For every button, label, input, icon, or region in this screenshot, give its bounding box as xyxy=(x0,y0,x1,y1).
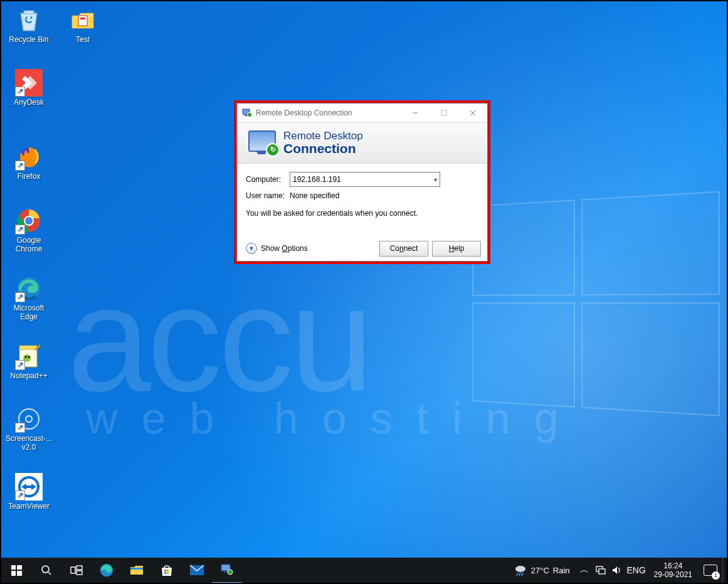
taskbar-clock[interactable]: 16:24 29-09-2021 xyxy=(648,561,699,579)
computer-combobox[interactable]: 192.168.1.191 ▾ xyxy=(290,172,440,187)
notifications-button[interactable]: 1 xyxy=(699,558,722,583)
close-button[interactable] xyxy=(458,104,487,122)
taskbar-app-store[interactable] xyxy=(152,558,182,583)
folder-icon xyxy=(69,6,97,34)
windows-logo-icon xyxy=(11,565,22,576)
recycle-bin-icon xyxy=(15,6,43,34)
help-button[interactable]: Help xyxy=(432,241,481,257)
window-titlebar[interactable]: Remote Desktop Connection xyxy=(237,104,487,122)
desktop-icon-label: Screencast-... v2.0 xyxy=(5,434,53,452)
tray-volume-button[interactable] xyxy=(609,558,625,583)
task-view-icon xyxy=(70,565,83,575)
svg-rect-26 xyxy=(71,567,75,573)
banner-line2: Connection xyxy=(283,142,363,156)
speaker-icon xyxy=(611,565,623,575)
taskbar[interactable]: 27°C Rain ︿ ENG 16:24 29-09-2021 1 xyxy=(1,558,727,583)
svg-rect-34 xyxy=(167,572,169,574)
svg-point-19 xyxy=(248,113,252,117)
desktop-icon-label: Google Chrome xyxy=(5,236,53,253)
teamviewer-icon: ↗ xyxy=(15,473,43,501)
svg-rect-21 xyxy=(441,110,446,115)
taskbar-app-mail[interactable] xyxy=(182,558,212,583)
svg-point-38 xyxy=(228,570,233,575)
mail-icon xyxy=(189,565,204,576)
svg-point-11 xyxy=(25,356,27,358)
svg-rect-27 xyxy=(76,566,82,570)
rdc-icon xyxy=(220,563,234,576)
search-icon xyxy=(41,565,52,576)
svg-line-25 xyxy=(48,572,51,575)
minimize-button[interactable] xyxy=(401,104,430,122)
computer-label: Computer: xyxy=(246,175,290,184)
language-label: ENG xyxy=(626,565,645,575)
notifications-badge: 1 xyxy=(712,571,720,580)
username-value: None specified xyxy=(290,191,339,200)
svg-line-40 xyxy=(517,573,518,576)
window-title: Remote Desktop Connection xyxy=(256,109,401,117)
desktop[interactable]: accu web hosting Recycle Bin Test ↗ AnyD… xyxy=(1,1,727,583)
svg-rect-28 xyxy=(76,571,82,575)
taskbar-app-explorer[interactable] xyxy=(122,558,152,583)
desktop-icon-chrome[interactable]: ↗ Google Chrome xyxy=(5,207,53,253)
desktop-icon-teamviewer[interactable]: ↗ TeamViewer xyxy=(5,473,53,511)
anydesk-icon: ↗ xyxy=(15,69,43,97)
svg-rect-31 xyxy=(164,570,166,571)
weather-text: Rain xyxy=(553,566,570,575)
weather-icon xyxy=(514,563,527,577)
desktop-icon-label: Notepad++ xyxy=(5,371,53,380)
taskbar-app-edge[interactable] xyxy=(92,558,122,583)
svg-point-24 xyxy=(42,566,49,573)
show-options-label: Show Options xyxy=(261,244,308,253)
firefox-icon: ↗ xyxy=(15,143,43,171)
shortcut-arrow-icon: ↗ xyxy=(15,491,25,501)
banner-line1: Remote Desktop xyxy=(283,130,363,142)
svg-point-12 xyxy=(28,356,30,358)
chrome-icon: ↗ xyxy=(15,207,43,235)
maximize-button[interactable] xyxy=(430,104,458,122)
screencast-icon: ↗ xyxy=(15,405,43,433)
svg-rect-0 xyxy=(24,11,34,14)
chevron-down-icon: ▾ xyxy=(434,176,437,183)
tray-language-button[interactable]: ENG xyxy=(625,558,648,583)
desktop-icon-label: Microsoft Edge xyxy=(5,304,53,321)
clock-date: 29-09-2021 xyxy=(654,570,692,579)
desktop-icon-label: AnyDesk xyxy=(5,98,53,107)
rdc-monitor-icon: ↻ xyxy=(248,130,278,156)
connect-button[interactable]: Connect xyxy=(379,241,428,257)
desktop-icon-anydesk[interactable]: ↗ AnyDesk xyxy=(5,69,53,107)
notepadpp-icon: ↗ xyxy=(15,342,43,370)
show-options-toggle[interactable]: ▼ Show Options xyxy=(246,243,376,254)
search-button[interactable] xyxy=(31,558,61,583)
clock-time: 16:24 xyxy=(654,561,692,570)
credentials-hint: You will be asked for credentials when y… xyxy=(246,209,478,218)
task-view-button[interactable] xyxy=(61,558,92,583)
tray-network-button[interactable] xyxy=(593,558,609,583)
shortcut-arrow-icon: ↗ xyxy=(15,225,25,235)
start-button[interactable] xyxy=(1,558,31,583)
desktop-icon-screencast[interactable]: ↗ Screencast-... v2.0 xyxy=(5,405,53,452)
taskbar-weather[interactable]: 27°C Rain xyxy=(507,563,576,577)
watermark-accu: accu xyxy=(67,263,370,414)
svg-rect-32 xyxy=(167,570,169,571)
desktop-icon-firefox[interactable]: ↗ Firefox xyxy=(5,143,53,181)
shortcut-arrow-icon: ↗ xyxy=(15,423,25,433)
tray-overflow-button[interactable]: ︿ xyxy=(576,558,593,583)
desktop-icon-recycle-bin[interactable]: Recycle Bin xyxy=(5,6,53,44)
rdc-highlight-border: Remote Desktop Connection ↻ Remote Deskt… xyxy=(234,100,490,264)
computer-value: 192.168.1.191 xyxy=(293,175,341,184)
svg-point-39 xyxy=(515,566,525,572)
svg-line-41 xyxy=(519,573,520,576)
file-explorer-icon xyxy=(130,564,144,576)
desktop-icon-notepadpp[interactable]: ↗ Notepad++ xyxy=(5,342,53,380)
svg-rect-1 xyxy=(78,16,87,26)
shortcut-arrow-icon: ↗ xyxy=(15,87,25,97)
desktop-icon-test[interactable]: Test xyxy=(59,6,107,44)
shortcut-arrow-icon: ↗ xyxy=(15,360,25,370)
svg-rect-30 xyxy=(130,568,143,570)
show-desktop-button[interactable] xyxy=(722,558,727,583)
taskbar-app-rdc[interactable] xyxy=(212,557,242,583)
svg-rect-37 xyxy=(224,571,228,573)
weather-temp: 27°C xyxy=(531,566,549,575)
desktop-icon-edge[interactable]: ↗ Microsoft Edge xyxy=(5,275,53,321)
remote-desktop-window[interactable]: Remote Desktop Connection ↻ Remote Deskt… xyxy=(236,103,488,262)
